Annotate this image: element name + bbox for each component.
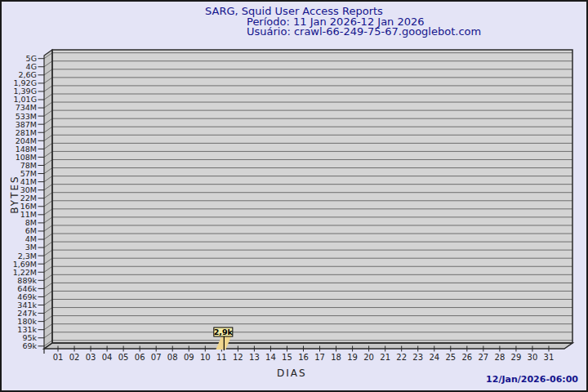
x-tick-label: 17 xyxy=(314,353,325,362)
x-tick-label: 16 xyxy=(298,353,309,362)
y-tick-label: 69k xyxy=(22,341,37,350)
y-axis-title: BYTES xyxy=(9,171,20,218)
x-tick-label: 06 xyxy=(135,353,145,362)
report-canvas: SARG, Squid User Access Reports Período:… xyxy=(0,0,588,392)
x-tick-label: 30 xyxy=(528,353,538,362)
x-tick-label: 04 xyxy=(102,353,113,362)
x-tick-label: 29 xyxy=(511,353,522,362)
x-tick-label: 11 xyxy=(216,353,227,362)
x-tick-label: 27 xyxy=(478,353,488,362)
x-tick-label: 03 xyxy=(86,353,96,362)
x-tick-label: 26 xyxy=(461,353,472,362)
x-tick-label: 01 xyxy=(53,353,64,362)
x-tick-label: 14 xyxy=(265,353,276,362)
x-tick-label: 22 xyxy=(396,353,407,362)
x-tick-label: 08 xyxy=(167,353,178,362)
x-axis-title: DIAS xyxy=(277,368,307,379)
bar-value-flag: 2,9k xyxy=(214,327,234,336)
x-tick-label: 24 xyxy=(429,353,439,362)
x-tick-label: 13 xyxy=(249,353,260,362)
x-tick-label: 20 xyxy=(363,353,374,362)
x-tick-label: 12 xyxy=(233,353,243,362)
x-tick-label: 23 xyxy=(412,353,423,362)
x-tick-label: 02 xyxy=(69,353,80,362)
x-tick-label: 15 xyxy=(282,353,292,362)
x-tick-label: 21 xyxy=(380,353,390,362)
x-tick-label: 05 xyxy=(118,353,129,362)
x-tick-label: 19 xyxy=(347,353,358,362)
x-tick-label: 10 xyxy=(200,353,211,362)
bar-chart-3d: 5G4G2,6G1,92G1,39G1,01G734M533M387M281M2… xyxy=(2,2,588,392)
x-tick-label: 31 xyxy=(544,353,555,362)
x-tick-label: 25 xyxy=(445,353,456,362)
x-tick-label: 18 xyxy=(331,353,341,362)
x-tick-label: 07 xyxy=(151,353,162,362)
x-tick-label: 28 xyxy=(495,353,506,362)
generated-timestamp: 12/Jan/2026-06:00 xyxy=(486,374,578,385)
x-tick-label: 09 xyxy=(184,353,194,362)
